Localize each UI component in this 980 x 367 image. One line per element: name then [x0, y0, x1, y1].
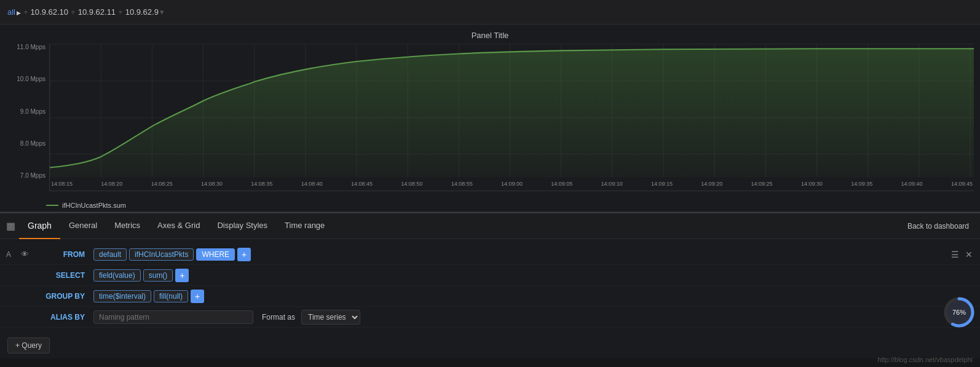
from-label: FROM	[36, 250, 91, 259]
tab-axes[interactable]: Axes & Grid	[149, 213, 208, 239]
x-label-0: 14:08:15	[51, 181, 73, 187]
gauge-svg: 76%	[943, 296, 975, 328]
editor-tabs: ▦ Graph General Metrics Axes & Grid Disp…	[0, 213, 980, 239]
tab-time[interactable]: Time range	[276, 213, 333, 239]
chart-svg	[50, 44, 974, 177]
add-select-button[interactable]: +	[175, 269, 189, 282]
tab-metrics[interactable]: Metrics	[106, 213, 149, 239]
gauge-overlay: 76%	[943, 296, 975, 330]
x-label-10: 14:09:05	[551, 181, 572, 187]
eye-icon[interactable]: 👁	[21, 250, 33, 259]
x-label-6: 14:08:45	[351, 181, 373, 187]
groupby-label: GROUP BY	[36, 292, 91, 301]
from-row: A 👁 FROM default ifHCInUcastPkts WHERE +…	[0, 244, 980, 265]
x-axis: 14:08:15 14:08:20 14:08:25 14:08:30 14:0…	[50, 177, 974, 191]
x-label-13: 14:09:20	[701, 181, 722, 187]
y-label-1: 10.0 Mpps	[17, 76, 45, 82]
x-label-7: 14:08:50	[401, 181, 422, 187]
tab-display[interactable]: Display Styles	[208, 213, 276, 239]
y-label-4: 7.0 Mpps	[20, 172, 45, 179]
chart-legend: ifHCInUcastPkts.sum	[46, 202, 126, 209]
format-label: Format as	[262, 313, 295, 322]
separator-2: +	[71, 7, 76, 17]
x-label-17: 14:09:40	[901, 181, 923, 187]
fill-tag[interactable]: fill(null)	[154, 290, 188, 302]
separator-3: +	[118, 7, 123, 17]
select-row: SELECT field(value) sum() +	[0, 265, 980, 286]
sum-tag[interactable]: sum()	[143, 269, 173, 282]
bottom-bar: + Query	[0, 333, 980, 358]
select-label: SELECT	[36, 271, 91, 280]
format-select[interactable]: Time series Table	[301, 310, 360, 325]
ip2-label: 10.9.62.11	[78, 7, 116, 17]
dropdown-arrow: ▾	[160, 7, 164, 17]
tab-general[interactable]: General	[60, 213, 106, 239]
ip3-label: 10.9.62.9	[125, 7, 159, 17]
y-label-0: 11.0 Mpps	[17, 44, 45, 50]
x-label-8: 14:08:55	[451, 181, 473, 187]
back-to-dashboard-button[interactable]: Back to dashboard	[903, 219, 974, 233]
footer-url: http://blog.csdn.net/vbaspdelphi	[877, 356, 973, 363]
chart-title: Panel Title	[6, 31, 974, 40]
alias-input[interactable]	[93, 310, 253, 324]
y-label-3: 8.0 Mpps	[20, 140, 45, 147]
chart-container: 11.0 Mpps 10.0 Mpps 9.0 Mpps 8.0 Mpps 7.…	[6, 44, 974, 191]
query-section: A 👁 FROM default ifHCInUcastPkts WHERE +…	[0, 239, 980, 333]
tab-graph[interactable]: Graph	[19, 213, 60, 239]
x-label-5: 14:08:40	[301, 181, 323, 187]
svg-text:76%: 76%	[952, 309, 966, 316]
measurement-tag[interactable]: ifHCInUcastPkts	[129, 248, 194, 261]
all-link[interactable]: all	[7, 7, 15, 17]
x-label-4: 14:08:35	[251, 181, 272, 187]
x-label-11: 14:09:10	[601, 181, 623, 187]
add-query-button[interactable]: + Query	[7, 337, 50, 353]
add-groupby-button[interactable]: +	[191, 290, 204, 303]
panel-editor: ▦ Graph General Metrics Axes & Grid Disp…	[0, 212, 980, 358]
x-label-1: 14:08:20	[101, 181, 122, 187]
separator-1: +	[23, 7, 28, 17]
alias-label: ALIAS BY	[36, 313, 91, 322]
cursor-icon	[15, 8, 21, 17]
y-axis: 11.0 Mpps 10.0 Mpps 9.0 Mpps 8.0 Mpps 7.…	[6, 44, 49, 191]
where-button[interactable]: WHERE	[196, 248, 235, 261]
x-label-2: 14:08:25	[151, 181, 173, 187]
time-tag[interactable]: time($interval)	[93, 290, 151, 302]
chart-inner: 14:08:15 14:08:20 14:08:25 14:08:30 14:0…	[49, 44, 974, 191]
x-label-14: 14:09:25	[751, 181, 773, 187]
top-bar: all + 10.9.62.10 + 10.9.62.11 + 10.9.62.…	[0, 0, 980, 25]
menu-icon-button[interactable]: ☰	[950, 248, 960, 261]
legend-line-icon	[46, 205, 58, 206]
add-where-button[interactable]: +	[237, 248, 251, 261]
remove-row-button[interactable]: ✕	[964, 248, 974, 261]
x-label-18: 14:09:45	[951, 181, 973, 187]
field-tag[interactable]: field(value)	[93, 269, 141, 282]
row-prefix-a: A	[6, 250, 18, 259]
x-label-15: 14:09:30	[801, 181, 823, 187]
x-label-16: 14:09:35	[851, 181, 872, 187]
groupby-row: GROUP BY time($interval) fill(null) +	[0, 286, 980, 307]
x-label-12: 14:09:15	[651, 181, 673, 187]
alias-row: ALIAS BY Format as Time series Table	[0, 307, 980, 328]
default-tag[interactable]: default	[93, 248, 127, 261]
legend-label: ifHCInUcastPkts.sum	[62, 202, 126, 209]
row-actions: ☰ ✕	[950, 248, 974, 261]
x-label-3: 14:08:30	[201, 181, 223, 187]
x-label-9: 14:09:00	[501, 181, 523, 187]
ip1-label: 10.9.62.10	[31, 7, 68, 17]
graph-panel-icon: ▦	[6, 220, 15, 232]
y-label-2: 9.0 Mpps	[20, 108, 45, 115]
chart-area: Panel Title 11.0 Mpps 10.0 Mpps 9.0 Mpps…	[0, 25, 980, 212]
